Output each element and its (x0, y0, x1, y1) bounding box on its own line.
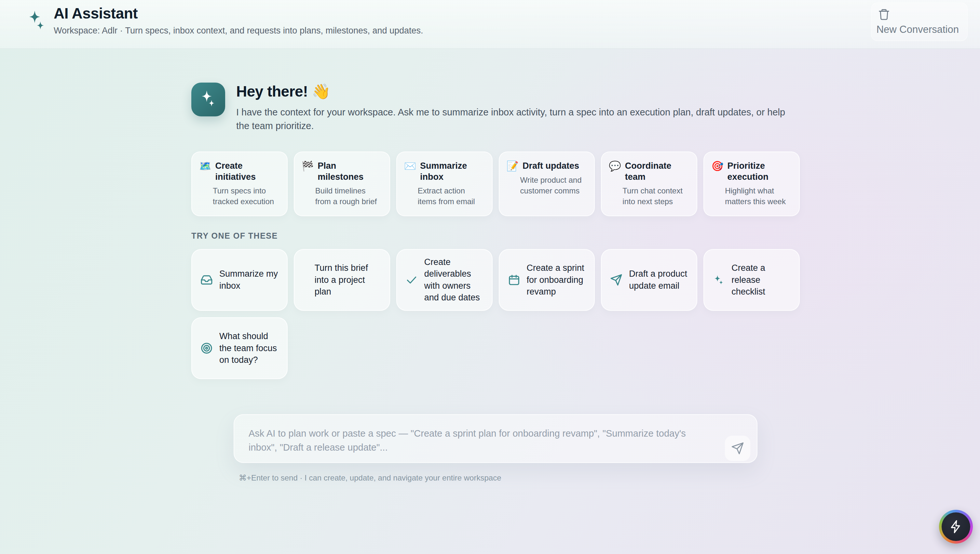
suggestion-label: Draft a product update email (629, 268, 688, 291)
suggestion-create-sprint[interactable]: Create a sprint for onboarding revamp (499, 249, 595, 311)
sparkles-icon (199, 90, 217, 109)
suggestion-label: Create a sprint for onboarding revamp (527, 262, 586, 298)
send-icon (731, 442, 744, 455)
capability-title: Coordinate team (625, 161, 690, 183)
page-subtitle: Workspace: Adlr · Turn specs, inbox cont… (54, 26, 423, 36)
capability-title: Plan milestones (318, 161, 382, 183)
capability-description: Turn chat context into next steps (622, 185, 690, 207)
assistant-main: Hey there! 👋 I have the context for your… (191, 49, 800, 482)
composer: ⌘+Enter to send · I can create, update, … (234, 414, 757, 482)
fab-inner-circle (942, 513, 970, 541)
capability-title: Prioritize execution (728, 161, 792, 183)
capability-card-prioritize-execution[interactable]: 🎯 Prioritize execution Highlight what ma… (704, 151, 800, 216)
suggestion-label: Summarize my inbox (219, 268, 279, 291)
new-conversation-label: New Conversation (876, 24, 959, 35)
send-icon (610, 274, 622, 286)
flag-emoji-icon: 🏁 (302, 161, 314, 172)
speech-emoji-icon: 💬 (609, 161, 621, 172)
capability-cards: 🗺️ Create initiatives Turn specs into tr… (191, 151, 800, 216)
check-icon (405, 274, 418, 286)
suggestion-turn-brief-into-plan[interactable]: Turn this brief into a project plan (294, 249, 390, 311)
suggestion-label: Create a release checklist (731, 262, 791, 298)
app-header: AI Assistant Workspace: Adlr · Turn spec… (0, 0, 980, 49)
suggestion-team-focus-today[interactable]: What should the team focus on today? (191, 317, 287, 379)
target-emoji-icon: 🎯 (711, 161, 723, 172)
composer-hint: ⌘+Enter to send · I can create, update, … (239, 473, 757, 482)
capability-card-coordinate-team[interactable]: 💬 Coordinate team Turn chat context into… (601, 151, 697, 216)
suggestion-cards: Summarize my inbox Turn this brief into … (191, 249, 800, 379)
inbox-icon (200, 274, 213, 286)
hero-greeting: Hey there! 👋 (236, 83, 799, 100)
capability-card-draft-updates[interactable]: 📝 Draft updates Write product and custom… (499, 151, 595, 216)
capability-card-summarize-inbox[interactable]: ✉️ Summarize inbox Extract action items … (396, 151, 493, 216)
lightning-bolt-icon (949, 519, 963, 534)
trash-icon (878, 8, 890, 21)
suggestion-label: Turn this brief into a project plan (314, 262, 381, 298)
capability-card-plan-milestones[interactable]: 🏁 Plan milestones Build timelines from a… (294, 151, 390, 216)
capability-title: Draft updates (522, 161, 579, 172)
assistant-avatar (191, 83, 225, 116)
new-conversation-button[interactable]: New Conversation (871, 3, 968, 41)
assistant-fab-button[interactable] (939, 510, 973, 544)
try-one-of-these-label: TRY ONE OF THESE (191, 231, 800, 240)
hero-section: Hey there! 👋 I have the context for your… (191, 83, 800, 133)
suggestion-release-checklist[interactable]: Create a release checklist (704, 249, 800, 311)
page-title: AI Assistant (54, 5, 423, 22)
target-icon (200, 342, 213, 354)
calendar-icon (508, 274, 520, 286)
capability-description: Build timelines from a rough brief (315, 185, 382, 207)
suggestion-label: What should the team focus on today? (219, 330, 279, 366)
suggestion-label: Create deliverables with owners and due … (424, 256, 484, 304)
ai-sparkles-icon (24, 7, 49, 41)
suggestion-draft-update-email[interactable]: Draft a product update email (601, 249, 697, 311)
send-button[interactable] (725, 436, 750, 461)
capability-description: Write product and customer comms (520, 175, 587, 196)
capability-card-create-initiatives[interactable]: 🗺️ Create initiatives Turn specs into tr… (191, 151, 287, 216)
hero-description: I have the context for your workspace. A… (236, 105, 799, 133)
suggestion-summarize-my-inbox[interactable]: Summarize my inbox (191, 249, 287, 311)
capability-description: Highlight what matters this week (725, 185, 792, 207)
capability-title: Create initiatives (215, 161, 279, 183)
sparkles-icon (713, 274, 725, 286)
capability-description: Extract action items from email (418, 185, 485, 207)
capability-title: Summarize inbox (420, 161, 484, 183)
map-emoji-icon: 🗺️ (199, 161, 211, 172)
wave-emoji: 👋 (312, 83, 330, 100)
capability-description: Turn specs into tracked execution (213, 185, 280, 207)
envelope-emoji-icon: ✉️ (404, 161, 416, 172)
memo-emoji-icon: 📝 (507, 161, 519, 172)
message-input[interactable] (234, 414, 757, 463)
suggestion-create-deliverables[interactable]: Create deliverables with owners and due … (396, 249, 493, 311)
